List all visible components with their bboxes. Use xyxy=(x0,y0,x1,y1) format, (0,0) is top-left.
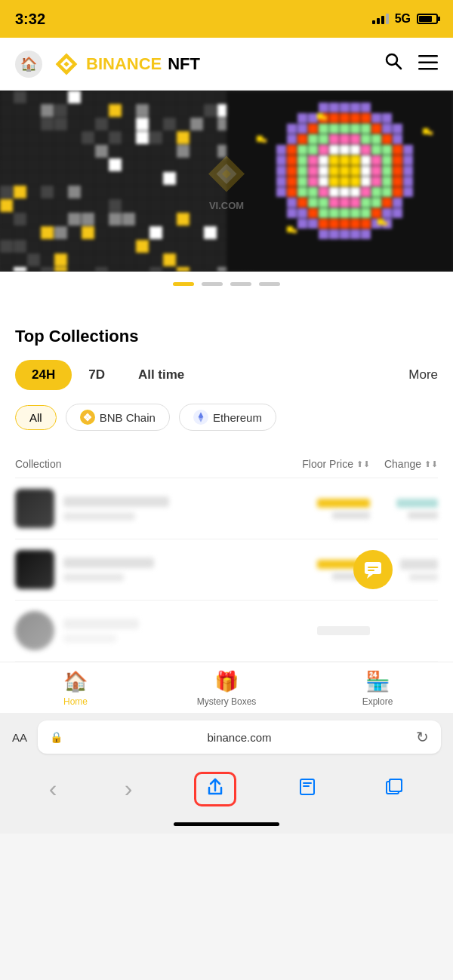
address-text: binance.com xyxy=(69,731,410,744)
row-3-name xyxy=(63,619,139,629)
nav-bar: 🏠 BINANCE NFT xyxy=(0,38,453,91)
share-icon xyxy=(205,777,225,797)
nav-left: 🏠 BINANCE NFT xyxy=(15,51,200,78)
table-row[interactable] xyxy=(15,601,438,662)
bookmark-icon xyxy=(297,777,317,797)
hero-banner: VI.COM xyxy=(0,91,453,272)
more-link[interactable]: More xyxy=(408,367,438,382)
chat-bubble-button[interactable] xyxy=(353,550,393,589)
mystery-boxes-icon: 🎁 xyxy=(214,670,239,693)
tabs-icon xyxy=(384,777,404,797)
carousel-dot-3[interactable] xyxy=(230,282,251,286)
nav-item-mystery-boxes[interactable]: 🎁 Mystery Boxes xyxy=(196,670,257,707)
mystery-boxes-label: Mystery Boxes xyxy=(197,696,257,707)
row-1-change-sub xyxy=(408,512,438,519)
col-header-floor: Floor Price ⬆⬇ xyxy=(264,458,370,470)
row-3-floor xyxy=(264,626,370,635)
chain-all-label: All xyxy=(29,411,42,424)
address-bar[interactable]: 🔒 binance.com ↻ xyxy=(38,720,441,754)
nav-item-home[interactable]: 🏠 Home xyxy=(45,670,106,707)
row-1-name xyxy=(63,496,169,507)
search-icon[interactable] xyxy=(384,51,403,76)
carousel-dot-4[interactable] xyxy=(259,282,280,286)
home-icon-symbol: 🏠 xyxy=(20,56,37,72)
signal-bar-4 xyxy=(386,14,389,24)
tab-7d[interactable]: 7D xyxy=(72,360,122,390)
binance-logo[interactable]: BINANCE NFT xyxy=(53,51,200,78)
chain-filter-eth[interactable]: Ethereum xyxy=(179,404,276,431)
row-2-thumb xyxy=(15,550,54,589)
explore-icon: 🏪 xyxy=(365,670,390,693)
signal-bars xyxy=(372,14,389,24)
svg-rect-5 xyxy=(418,55,438,57)
col-header-collection: Collection xyxy=(15,458,264,470)
home-nav-icon[interactable]: 🏠 xyxy=(15,51,42,78)
row-2-sub xyxy=(63,573,124,582)
signal-bar-2 xyxy=(377,18,380,24)
time-tabs: 24H 7D All time More xyxy=(15,360,438,390)
svg-rect-7 xyxy=(418,68,438,70)
lock-icon: 🔒 xyxy=(50,731,63,743)
row-1-change xyxy=(370,499,438,519)
bottom-nav: 🏠 Home 🎁 Mystery Boxes 🏪 Explore xyxy=(0,662,453,713)
home-nav-tab-label: Home xyxy=(63,696,88,707)
forward-button[interactable]: › xyxy=(119,769,139,809)
row-3-floor-bar xyxy=(317,626,370,635)
reload-button[interactable]: ↻ xyxy=(416,728,429,746)
nav-item-explore[interactable]: 🏪 Explore xyxy=(347,670,408,707)
tab-24h[interactable]: 24H xyxy=(15,360,72,390)
text-size-button[interactable]: AA xyxy=(12,731,27,744)
bnb-chain-label: BNB Chain xyxy=(100,411,156,424)
binance-diamond-icon xyxy=(53,51,80,78)
chain-filter-all[interactable]: All xyxy=(15,405,57,430)
tabs-button[interactable] xyxy=(378,771,410,807)
status-bar: 3:32 5G xyxy=(0,0,453,38)
svg-rect-21 xyxy=(368,567,378,568)
row-3-sub xyxy=(63,634,116,643)
chat-icon xyxy=(362,559,384,580)
status-time: 3:32 xyxy=(15,11,45,28)
svg-rect-25 xyxy=(390,779,402,791)
row-1-floor-sub xyxy=(332,512,370,519)
explore-label: Explore xyxy=(362,696,393,707)
browser-bar: AA 🔒 binance.com ↻ xyxy=(0,713,453,761)
row-2-change-sub xyxy=(409,573,438,581)
row-1-floor xyxy=(264,499,370,519)
carousel-dots xyxy=(0,272,453,296)
share-button[interactable] xyxy=(199,774,231,806)
battery-icon xyxy=(417,14,438,24)
status-icons: 5G xyxy=(372,12,438,26)
row-1-thumb xyxy=(15,489,54,528)
home-bar xyxy=(174,822,279,826)
floor-sort-icon[interactable]: ⬆⬇ xyxy=(356,459,370,469)
home-nav-tab-icon: 🏠 xyxy=(63,670,88,693)
table-header: Collection Floor Price ⬆⬇ Change ⬆⬇ xyxy=(15,450,438,478)
chain-filter: All BNB Chain Et xyxy=(15,404,438,438)
tab-alltime[interactable]: All time xyxy=(122,360,201,390)
row-1-floor-bar xyxy=(317,499,370,508)
menu-icon[interactable] xyxy=(418,52,438,75)
carousel-dot-2[interactable] xyxy=(202,282,223,286)
eth-chain-label: Ethereum xyxy=(213,411,262,424)
signal-bar-3 xyxy=(381,16,384,24)
bookmark-button[interactable] xyxy=(291,771,323,807)
svg-line-4 xyxy=(396,64,402,69)
chain-filter-bnb[interactable]: BNB Chain xyxy=(66,404,170,431)
share-button-wrapper[interactable] xyxy=(194,772,236,806)
svg-marker-20 xyxy=(367,574,373,579)
eth-chain-icon xyxy=(193,410,208,425)
brand-suffix: NFT xyxy=(168,54,200,74)
col-header-change: Change ⬆⬇ xyxy=(370,458,438,470)
row-2-name xyxy=(63,558,154,568)
table-row[interactable] xyxy=(15,478,438,539)
brand-name: BINANCE xyxy=(86,54,162,74)
back-button[interactable]: ‹ xyxy=(43,769,63,809)
bnb-chain-icon xyxy=(80,410,95,425)
row-2-change-val xyxy=(400,559,438,570)
change-sort-icon[interactable]: ⬆⬇ xyxy=(424,459,438,469)
table-row[interactable] xyxy=(15,539,438,601)
carousel-dot-1[interactable] xyxy=(173,282,194,286)
svg-rect-6 xyxy=(418,62,438,64)
signal-5g-label: 5G xyxy=(395,12,411,26)
browser-toolbar: ‹ › xyxy=(0,761,453,816)
